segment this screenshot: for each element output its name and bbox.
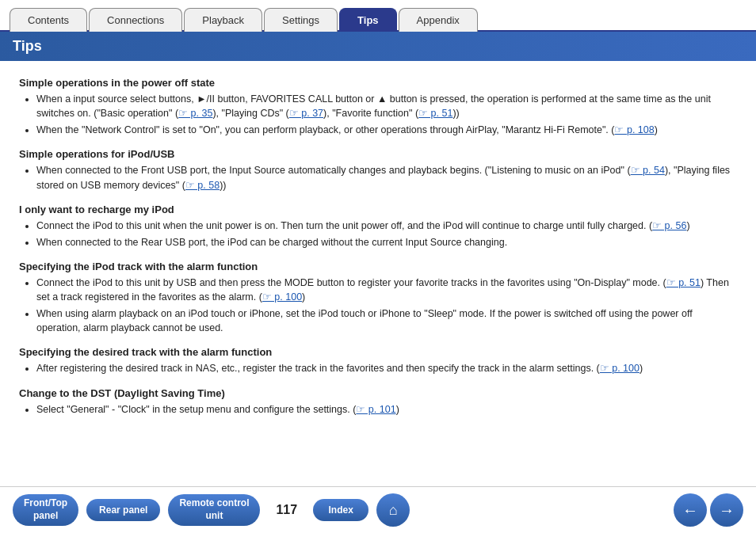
section-ipod-usb-list: When connected to the Front USB port, th… — [19, 163, 737, 192]
home-icon: ⌂ — [389, 502, 398, 519]
section-dst-heading: Change to the DST (Daylight Saving Time) — [19, 387, 737, 399]
bottom-bar: Front/Toppanel Rear panel Remote control… — [0, 486, 756, 533]
tab-contents[interactable]: Contents — [10, 8, 87, 32]
section-recharge-list: Connect the iPod to this unit when the u… — [19, 219, 737, 249]
link-p35[interactable]: ☞ p. 35 — [178, 108, 212, 119]
nav-arrow-group: ← → — [674, 493, 743, 527]
link-p101[interactable]: ☞ p. 101 — [356, 404, 395, 415]
remote-control-button[interactable]: Remote controlunit — [168, 494, 260, 525]
link-p54[interactable]: ☞ p. 54 — [631, 165, 665, 176]
section-power-off-heading: Simple operations in the power off state — [19, 77, 737, 89]
tab-settings[interactable]: Settings — [264, 8, 338, 32]
link-p100b[interactable]: ☞ p. 100 — [600, 363, 640, 374]
link-p108[interactable]: ☞ p. 108 — [614, 124, 654, 135]
page-title: Tips — [0, 32, 756, 61]
right-arrow-icon: → — [719, 501, 735, 520]
home-button[interactable]: ⌂ — [376, 493, 410, 527]
list-item: Connect the iPod to this unit when the u… — [36, 219, 737, 233]
link-p100a[interactable]: ☞ p. 100 — [262, 291, 302, 303]
section-ipod-usb-heading: Simple operations for iPod/USB — [19, 148, 737, 160]
section-desired-track-list: After registering the desired track in N… — [19, 361, 737, 375]
prev-page-button[interactable]: ← — [674, 493, 707, 527]
main-content: Simple operations in the power off state… — [0, 61, 756, 482]
link-p51a[interactable]: ☞ p. 51 — [418, 108, 452, 119]
link-p58[interactable]: ☞ p. 58 — [185, 180, 220, 191]
tab-connections[interactable]: Connections — [89, 8, 182, 32]
link-p56[interactable]: ☞ p. 56 — [652, 220, 686, 231]
section-power-off-list: When a input source select buttons, ►/II… — [19, 92, 737, 137]
section-recharge-heading: I only want to recharge my iPod — [19, 204, 737, 215]
rear-panel-button[interactable]: Rear panel — [86, 499, 160, 521]
next-page-button[interactable]: → — [710, 493, 743, 527]
front-top-panel-button[interactable]: Front/Toppanel — [13, 494, 78, 525]
list-item: When a input source select buttons, ►/II… — [36, 92, 737, 120]
section-dst-list: Select "General" - "Clock" in the setup … — [19, 402, 737, 417]
left-arrow-icon: ← — [682, 501, 698, 520]
tab-appendix[interactable]: Appendix — [399, 8, 478, 32]
tab-playback[interactable]: Playback — [184, 8, 262, 32]
index-button[interactable]: Index — [313, 499, 368, 521]
page-number: 117 — [276, 503, 297, 517]
list-item: When the "Network Control" is set to "On… — [36, 123, 737, 137]
tab-tips[interactable]: Tips — [339, 8, 397, 32]
tab-bar: Contents Connections Playback Settings T… — [0, 0, 756, 32]
list-item: Connect the iPod to this unit by USB and… — [36, 276, 737, 304]
list-item: When using alarm playback on an iPod tou… — [36, 306, 737, 335]
section-alarm-track-list: Connect the iPod to this unit by USB and… — [19, 276, 737, 336]
list-item: After registering the desired track in N… — [36, 361, 737, 375]
list-item: Select "General" - "Clock" in the setup … — [36, 402, 737, 417]
link-p37[interactable]: ☞ p. 37 — [289, 108, 323, 119]
list-item: When connected to the Rear USB port, the… — [36, 235, 737, 249]
link-p51b[interactable]: ☞ p. 51 — [666, 277, 701, 288]
section-alarm-track-heading: Specifying the iPod track with the alarm… — [19, 261, 737, 272]
list-item: When connected to the Front USB port, th… — [36, 163, 737, 192]
section-desired-track-heading: Specifying the desired track with the al… — [19, 346, 737, 358]
